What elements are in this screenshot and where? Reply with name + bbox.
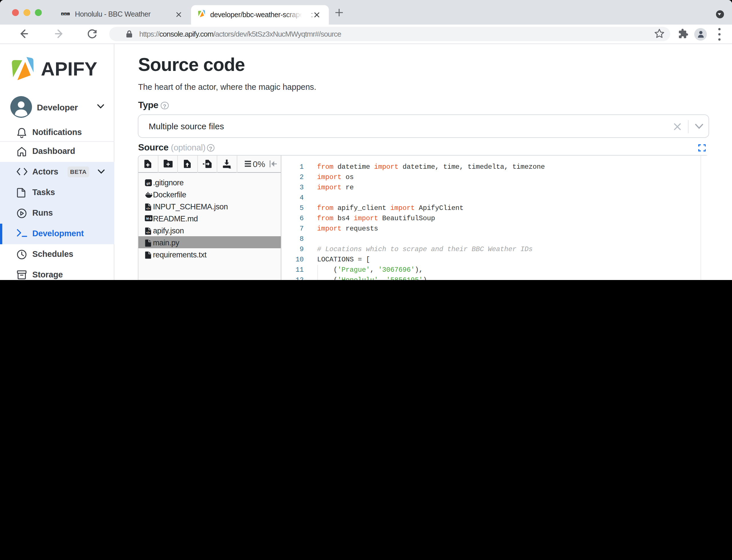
svg-text:C: C <box>67 13 69 15</box>
svg-text:M: M <box>146 217 149 220</box>
svg-text:</>: </> <box>146 207 150 210</box>
svg-text:</>: </> <box>146 231 150 234</box>
svg-text:B: B <box>62 13 63 15</box>
svg-text:git: git <box>146 182 150 185</box>
svg-text:B: B <box>64 13 66 15</box>
